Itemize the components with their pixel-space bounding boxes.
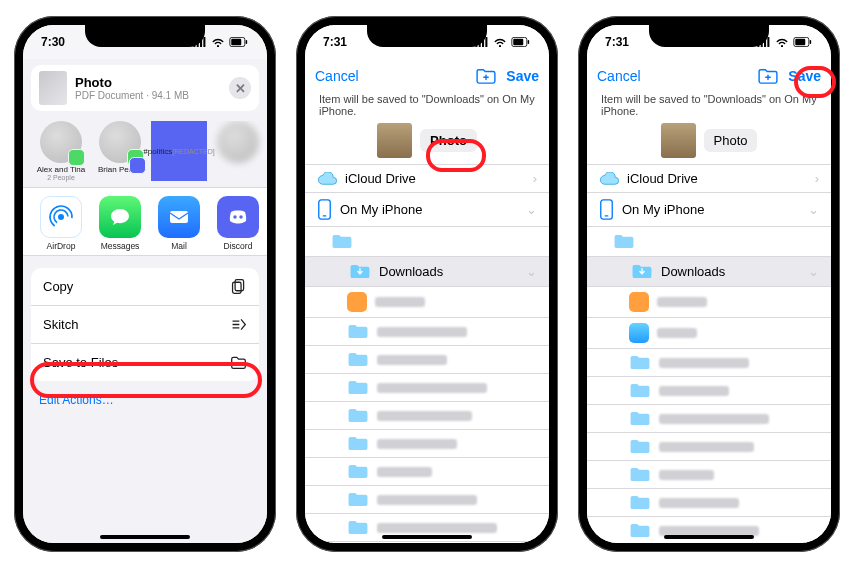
wifi-icon xyxy=(493,37,507,47)
app-messages[interactable]: Messages xyxy=(92,196,148,251)
list-item[interactable] xyxy=(587,433,831,461)
location-downloads-selected[interactable]: Downloads ⌄ xyxy=(305,257,549,287)
status-time: 7:31 xyxy=(605,35,629,49)
action-save-to-files[interactable]: Save to Files xyxy=(31,343,259,381)
svg-point-12 xyxy=(239,215,242,218)
folder-contents xyxy=(305,287,549,543)
svg-rect-20 xyxy=(513,39,523,45)
share-contact[interactable]: Alex and Tina 2 People xyxy=(33,121,89,181)
wifi-icon xyxy=(211,37,225,47)
chevron-right-icon: › xyxy=(533,171,537,186)
battery-icon xyxy=(229,37,249,47)
app-airdrop[interactable]: AirDrop xyxy=(33,196,89,251)
list-item[interactable] xyxy=(305,374,549,402)
file-thumbnail xyxy=(39,71,67,105)
svg-rect-29 xyxy=(795,39,805,45)
list-item[interactable] xyxy=(305,458,549,486)
app-discord[interactable]: Discord xyxy=(210,196,266,251)
file-subtitle: PDF Document · 94.1 MB xyxy=(75,90,189,101)
cancel-button[interactable]: Cancel xyxy=(315,68,359,84)
home-indicator xyxy=(664,535,754,539)
list-item[interactable] xyxy=(587,377,831,405)
send-icon xyxy=(230,316,247,333)
app-mail[interactable]: Mail xyxy=(151,196,207,251)
location-downloads-selected[interactable]: Downloads ⌄ xyxy=(587,257,831,287)
list-item[interactable] xyxy=(305,430,549,458)
file-preview-thumb xyxy=(661,123,696,158)
notch xyxy=(85,25,205,47)
new-folder-icon[interactable] xyxy=(476,68,496,84)
file-info-card: Photo PDF Document · 94.1 MB ✕ xyxy=(31,65,259,111)
location-icloud-drive[interactable]: iCloud Drive › xyxy=(587,165,831,193)
close-button[interactable]: ✕ xyxy=(229,77,251,99)
folder-icon xyxy=(331,233,353,250)
chevron-right-icon: › xyxy=(815,171,819,186)
chevron-down-icon: ⌄ xyxy=(808,202,819,217)
action-copy[interactable]: Copy xyxy=(31,268,259,305)
location-icloud-drive[interactable]: iCloud Drive › xyxy=(305,165,549,193)
svg-point-7 xyxy=(58,214,64,220)
location-subfolder[interactable] xyxy=(587,227,831,257)
edit-actions-link[interactable]: Edit Actions… xyxy=(23,381,267,419)
phone-files-picker-rename: 7:31 Cancel Save Item will be saved to "… xyxy=(296,16,558,552)
list-item[interactable] xyxy=(587,405,831,433)
save-button[interactable]: Save xyxy=(788,68,821,84)
chevron-down-icon: ⌄ xyxy=(808,264,819,279)
cloud-icon xyxy=(317,172,337,186)
location-on-my-iphone[interactable]: On My iPhone ⌄ xyxy=(587,193,831,227)
home-indicator xyxy=(382,535,472,539)
share-contacts-row: Alex and Tina 2 People Brian Peters #pol… xyxy=(23,121,267,187)
list-item[interactable] xyxy=(305,402,549,430)
share-contact[interactable]: #politics [REDACTED] xyxy=(151,121,207,181)
share-contact[interactable] xyxy=(210,121,266,181)
folder-icon xyxy=(631,263,653,280)
svg-rect-14 xyxy=(233,282,242,293)
list-item[interactable] xyxy=(587,461,831,489)
save-location-hint: Item will be saved to "Downloads" on On … xyxy=(587,93,831,123)
folder-icon xyxy=(613,233,635,250)
location-on-my-iphone[interactable]: On My iPhone ⌄ xyxy=(305,193,549,227)
iphone-icon xyxy=(317,199,332,220)
list-item[interactable] xyxy=(305,542,549,543)
actions-list: Copy Skitch Save to Files xyxy=(31,268,259,381)
list-item[interactable] xyxy=(305,346,549,374)
notch xyxy=(367,25,487,47)
list-item[interactable] xyxy=(587,517,831,543)
nav-bar: Cancel Save xyxy=(587,59,831,93)
svg-rect-27 xyxy=(767,37,769,47)
file-title: Photo xyxy=(75,75,189,90)
svg-rect-23 xyxy=(323,215,327,216)
location-subfolder[interactable] xyxy=(305,227,549,257)
copy-icon xyxy=(230,278,247,295)
svg-point-11 xyxy=(233,215,236,218)
svg-rect-21 xyxy=(528,40,530,44)
save-location-hint: Item will be saved to "Downloads" on On … xyxy=(305,93,549,123)
new-folder-icon[interactable] xyxy=(758,68,778,84)
save-button[interactable]: Save xyxy=(506,68,539,84)
list-item[interactable] xyxy=(305,287,549,318)
action-skitch[interactable]: Skitch xyxy=(31,305,259,343)
list-item[interactable] xyxy=(587,489,831,517)
status-time: 7:31 xyxy=(323,35,347,49)
notch xyxy=(649,25,769,47)
list-item[interactable] xyxy=(587,318,831,349)
iphone-icon xyxy=(599,199,614,220)
list-item[interactable] xyxy=(305,318,549,346)
chevron-down-icon: ⌄ xyxy=(526,202,537,217)
wifi-icon xyxy=(775,37,789,47)
svg-rect-30 xyxy=(810,40,812,44)
nav-bar: Cancel Save xyxy=(305,59,549,93)
cloud-icon xyxy=(599,172,619,186)
filename-field[interactable]: Photo xyxy=(420,129,477,152)
list-item[interactable] xyxy=(305,486,549,514)
battery-icon xyxy=(793,37,813,47)
list-item[interactable] xyxy=(587,287,831,318)
svg-rect-5 xyxy=(231,39,241,45)
filename-field[interactable]: Photo xyxy=(704,129,758,152)
cancel-button[interactable]: Cancel xyxy=(597,68,641,84)
folder-contents xyxy=(587,287,831,543)
svg-rect-10 xyxy=(170,211,188,223)
list-item[interactable] xyxy=(587,349,831,377)
svg-rect-6 xyxy=(246,40,248,44)
discord-icon xyxy=(217,196,259,238)
